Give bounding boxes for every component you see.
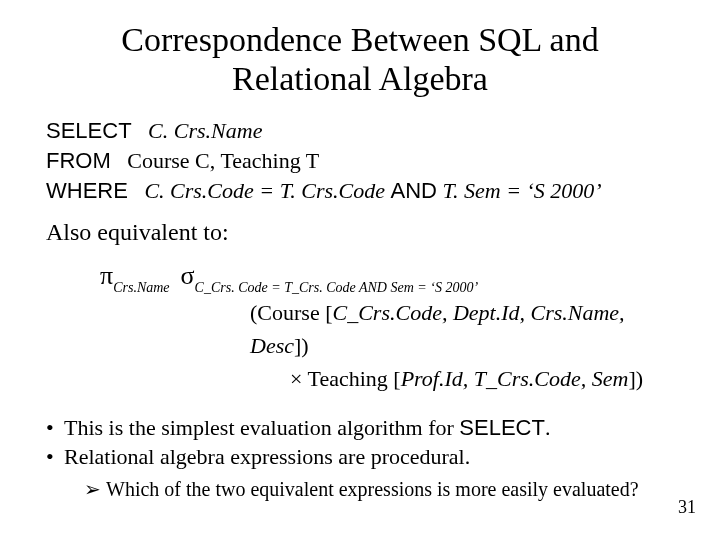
where-expr-b: T. Sem = ‘S 2000’ <box>437 178 602 203</box>
from-sep: C, <box>190 148 221 173</box>
sub-bullet-text: Which of the two equivalent expressions … <box>106 476 639 503</box>
rparen: ) <box>301 333 308 358</box>
bullet-2: • Relational algebra expressions are pro… <box>46 442 680 472</box>
bullet-1: • This is the simplest evaluation algori… <box>46 413 680 443</box>
from-keyword: FROM <box>46 148 111 173</box>
rbracket-2: ]) <box>628 366 643 391</box>
bullet-1-a: This is the simplest evaluation algorith… <box>64 415 459 440</box>
lbracket-2: [ <box>388 366 401 391</box>
ra-line-1: πCrs.Name σC_Crs. Code = T_Crs. Code AND… <box>100 256 680 295</box>
sql-block: SELECT C. Crs.Name FROM Course C, Teachi… <box>46 116 680 205</box>
select-keyword: SELECT <box>46 118 132 143</box>
where-keyword: WHERE <box>46 178 128 203</box>
bullet-1-text: This is the simplest evaluation algorith… <box>64 413 550 443</box>
sub-bullet-1: ➢ Which of the two equivalent expression… <box>84 476 680 503</box>
bullet-list: • This is the simplest evaluation algori… <box>46 413 680 503</box>
from-course: Course <box>127 148 189 173</box>
bullet-icon: • <box>46 413 64 443</box>
course-rel: Course <box>257 300 319 325</box>
page-number: 31 <box>678 497 696 518</box>
title-line-2: Relational Algebra <box>232 60 488 97</box>
bullet-1-select: SELECT <box>459 415 545 440</box>
pi-operator: π <box>100 261 113 290</box>
sql-from: FROM Course C, Teaching T <box>46 146 680 176</box>
sql-where: WHERE C. Crs.Code = T. Crs.Code AND T. S… <box>46 176 680 206</box>
title-line-1: Correspondence Between SQL and <box>121 21 598 58</box>
sigma-subscript: C_Crs. Code = T_Crs. Code AND Sem = ‘S 2… <box>195 280 479 295</box>
sigma-operator: σ <box>181 261 195 290</box>
times-operator: × <box>290 366 308 391</box>
from-alias: T <box>301 148 320 173</box>
teaching-cols: Prof.Id, T_Crs.Code, Sem <box>401 366 629 391</box>
select-expr: C. Crs.Name <box>148 118 262 143</box>
teaching-rel: Teaching <box>308 366 388 391</box>
ra-line-2: (Course [C_Crs.Code, Dept.Id, Crs.Name, … <box>250 296 680 362</box>
where-expr-a: C. Crs.Code = T. Crs.Code <box>144 178 390 203</box>
also-label: Also equivalent to: <box>46 219 680 246</box>
slide: Correspondence Between SQL and Relationa… <box>0 0 720 540</box>
and-keyword: AND <box>390 178 436 203</box>
pi-subscript: Crs.Name <box>113 280 169 295</box>
sql-select: SELECT C. Crs.Name <box>46 116 680 146</box>
lbracket: [ <box>320 300 333 325</box>
bullet-1-c: . <box>545 415 551 440</box>
slide-title: Correspondence Between SQL and Relationa… <box>40 20 680 98</box>
from-teaching: Teaching <box>220 148 300 173</box>
bullet-icon: • <box>46 442 64 472</box>
bullet-2-text: Relational algebra expressions are proce… <box>64 442 470 472</box>
arrow-icon: ➢ <box>84 476 106 503</box>
relational-algebra-expr: πCrs.Name σC_Crs. Code = T_Crs. Code AND… <box>100 256 680 394</box>
ra-line-3: × Teaching [Prof.Id, T_Crs.Code, Sem]) <box>290 362 680 395</box>
